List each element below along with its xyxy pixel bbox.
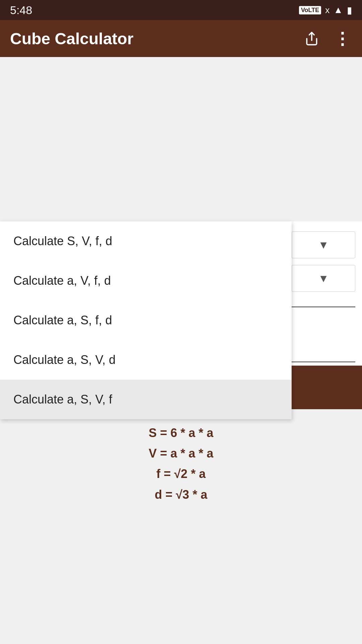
battery-icon: ▮: [347, 5, 352, 16]
right-arrows: ▼ ▼: [292, 221, 362, 292]
main-content: Calculate S, V, f, d Calculate a, V, f, …: [0, 221, 362, 518]
formulas-section: S = 6 * a * a V = a * a * a f = √2 * a d…: [0, 409, 362, 518]
x-label: x: [325, 5, 329, 15]
signal-icon: ▲: [334, 5, 343, 15]
dropdown-item-1[interactable]: Calculate a, V, f, d: [0, 261, 292, 301]
arrow-box-1[interactable]: ▼: [292, 231, 355, 258]
share-icon-btn[interactable]: [302, 29, 322, 49]
formula-line-3: f = √2 * a: [7, 464, 355, 484]
volte-badge: VoLTE: [299, 6, 321, 14]
status-bar: 5:48 VoLTE x ▲ ▮: [0, 0, 362, 20]
formula-line-2: V = a * a * a: [7, 443, 355, 464]
app-bar-actions: ⋮: [302, 29, 352, 49]
formula-line-1: S = 6 * a * a: [7, 423, 355, 443]
app-title: Cube Calculator: [10, 30, 302, 48]
status-icons: VoLTE x ▲ ▮: [299, 5, 352, 16]
dropdown-item-4[interactable]: Calculate a, S, V, f: [0, 380, 292, 419]
formula-line-4: d = √3 * a: [7, 484, 355, 505]
dropdown-menu: Calculate S, V, f, d Calculate a, V, f, …: [0, 221, 292, 419]
dropdown-item-0[interactable]: Calculate S, V, f, d: [0, 221, 292, 261]
chevron-down-icon-1: ▼: [318, 239, 329, 251]
dropdown-item-3[interactable]: Calculate a, S, V, d: [0, 340, 292, 380]
more-menu-icon[interactable]: ⋮: [332, 29, 352, 49]
chevron-down-icon-2: ▼: [318, 272, 329, 285]
status-time: 5:48: [10, 4, 32, 17]
dropdown-item-2[interactable]: Calculate a, S, f, d: [0, 301, 292, 340]
arrow-box-2[interactable]: ▼: [292, 265, 355, 292]
app-bar: Cube Calculator ⋮: [0, 20, 362, 57]
